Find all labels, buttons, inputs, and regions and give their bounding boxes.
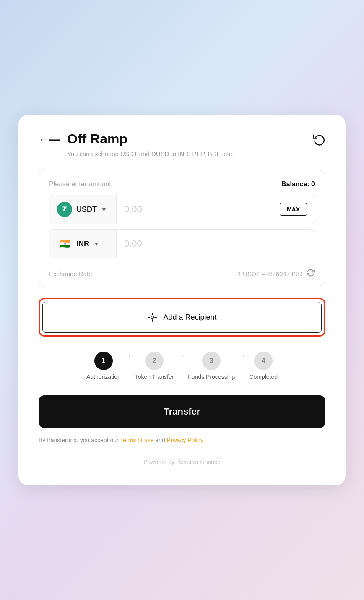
step-1: 1 Authorization: [86, 352, 121, 380]
to-currency-name: INR: [76, 240, 89, 248]
back-button[interactable]: ←—: [39, 133, 60, 146]
step-2-number: 2: [152, 357, 156, 365]
terms-of-use-link[interactable]: Terms of use: [120, 437, 153, 443]
terms-text: By transferring, you accept our Terms of…: [39, 436, 325, 445]
page-title: Off Ramp: [67, 131, 234, 147]
step-arrow-2: →: [174, 352, 188, 371]
balance-display: Balance: 0: [281, 180, 315, 188]
footer: Powered by Reverso Finance: [39, 459, 325, 465]
to-currency-chevron: ▼: [94, 240, 99, 247]
from-amount-value[interactable]: 0.00: [124, 204, 142, 215]
step-2-label: Token Transfer: [135, 373, 174, 380]
recipient-section: Add a Recipient: [39, 298, 325, 337]
from-currency-name: USDT: [76, 205, 97, 214]
to-currency-row: 🇮🇳 INR ▼ 0.00: [49, 229, 315, 258]
from-currency-chevron: ▼: [101, 206, 107, 213]
to-amount-area: 0.00: [117, 238, 315, 249]
exchange-rate-value: 1 USDT = 88.6047 INR: [238, 269, 315, 279]
exchange-card: Please enter amount Balance: 0 ₮ USDT ▼ …: [39, 170, 325, 286]
exchange-rate-text: 1 USDT = 88.6047 INR: [238, 270, 302, 277]
transfer-button[interactable]: Transfer: [39, 395, 325, 428]
to-currency-selector[interactable]: 🇮🇳 INR ▼: [49, 230, 117, 258]
add-recipient-button[interactable]: Add a Recipient: [42, 302, 322, 333]
privacy-policy-link[interactable]: Privacy Policy: [167, 437, 203, 443]
step-3-number: 3: [210, 357, 213, 365]
amount-placeholder: Please enter amount: [49, 180, 111, 188]
step-3-circle: 3: [202, 352, 221, 370]
page-subtitle: You can exchange USDT and DUSD to INR, P…: [67, 149, 234, 158]
step-arrow-1: →: [121, 352, 135, 371]
to-amount-value[interactable]: 0.00: [124, 238, 142, 249]
terms-prefix: By transferring, you accept our: [39, 437, 120, 443]
from-amount-area: 0.00 MAX: [117, 203, 315, 216]
from-currency-selector[interactable]: ₮ USDT ▼: [49, 195, 117, 224]
main-card: ←— Off Ramp You can exchange USDT and DU…: [18, 115, 346, 485]
header: ←— Off Ramp You can exchange USDT and DU…: [39, 131, 325, 158]
step-1-number: 1: [101, 357, 105, 365]
step-arrow-3: →: [235, 352, 249, 371]
from-currency-row: ₮ USDT ▼ 0.00 MAX: [49, 195, 315, 224]
exchange-rate-label: Exchange Rate: [49, 270, 92, 277]
step-4-label: Completed: [249, 373, 278, 380]
usdt-icon: ₮: [57, 202, 72, 217]
header-left: ←— Off Ramp You can exchange USDT and DU…: [39, 131, 234, 158]
steps-section: 1 Authorization → 2 Token Transfer → 3 F…: [39, 352, 325, 380]
inr-icon: 🇮🇳: [57, 236, 72, 251]
refresh-icon[interactable]: [307, 269, 315, 279]
recipient-button-label: Add a Recipient: [163, 313, 216, 322]
svg-point-0: [151, 316, 153, 318]
step-2: 2 Token Transfer: [135, 352, 174, 380]
step-1-label: Authorization: [86, 373, 121, 380]
step-3: 3 Funds Processing: [188, 352, 235, 380]
step-2-circle: 2: [145, 352, 164, 370]
terms-middle: and: [153, 437, 166, 443]
step-4: 4 Completed: [249, 352, 278, 380]
step-3-label: Funds Processing: [188, 373, 235, 380]
amount-header: Please enter amount Balance: 0: [49, 180, 315, 188]
step-4-number: 4: [261, 357, 265, 365]
header-text: Off Ramp You can exchange USDT and DUSD …: [67, 131, 234, 158]
step-4-circle: 4: [254, 352, 273, 370]
step-1-circle: 1: [94, 352, 113, 370]
history-icon[interactable]: [313, 133, 325, 149]
max-button[interactable]: MAX: [280, 203, 307, 216]
crosshair-icon: [147, 312, 157, 322]
exchange-rate-row: Exchange Rate 1 USDT = 88.6047 INR: [49, 263, 315, 281]
